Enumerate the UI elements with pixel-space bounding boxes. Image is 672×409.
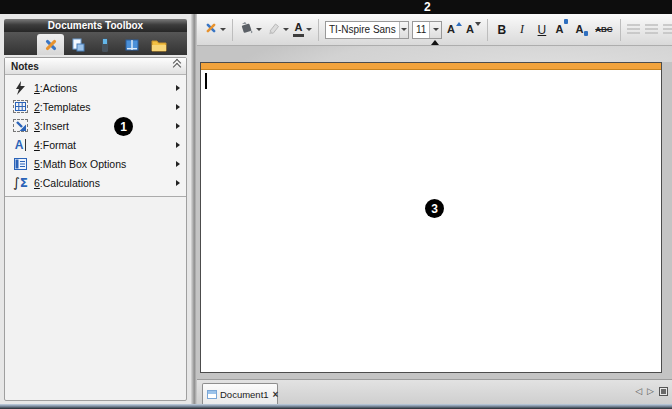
book-icon: [124, 37, 140, 53]
toolbox-tab-strip: [4, 32, 187, 55]
notes-pane-header[interactable]: Notes: [5, 58, 186, 75]
toolbar-collapse-icon[interactable]: [431, 40, 439, 45]
screen: 2 Documents Toolbox: [0, 0, 672, 409]
tab-content-explorer[interactable]: [145, 34, 172, 55]
align-right-button[interactable]: [661, 18, 672, 42]
submenu-arrow-icon: [176, 161, 180, 167]
submenu-arrow-icon: [176, 123, 180, 129]
menu-item-label: 5:Math Box Options: [34, 158, 176, 170]
page-sorter-view-icon[interactable]: [659, 387, 668, 396]
callout-step-2: 2: [424, 0, 431, 14]
align-center-button[interactable]: [643, 18, 661, 42]
subscript-mark-icon: [584, 31, 588, 36]
close-tab-icon[interactable]: ×: [273, 390, 279, 400]
callout-step-1: 1: [114, 117, 133, 136]
integral-sigma-icon: ∫Σ: [12, 175, 29, 190]
callout-step-3: 3: [425, 199, 444, 218]
bold-button[interactable]: B: [492, 18, 512, 42]
menu-item-label: 6:Calculations: [34, 177, 176, 189]
submenu-arrow-icon: [176, 85, 180, 91]
lightning-icon: [12, 80, 29, 95]
underline-button[interactable]: U: [532, 18, 552, 42]
window-bottom-edge: [0, 404, 672, 409]
align-left-button[interactable]: [625, 18, 643, 42]
increase-font-size-button[interactable]: A: [445, 18, 464, 42]
page-margin-band: [197, 46, 672, 62]
folder-icon: [151, 37, 167, 53]
toolbar-separator: [620, 19, 621, 41]
app-window: Documents Toolbox: [0, 14, 672, 404]
dropdown-arrow-icon: [283, 28, 289, 31]
submenu-arrow-icon: [176, 180, 180, 186]
page-header-strip: [201, 63, 661, 70]
increase-arrow-icon: [456, 22, 462, 26]
font-color-icon: A: [293, 22, 304, 37]
dropdown-arrow-icon: [433, 28, 439, 31]
menu-item-insert[interactable]: 3:Insert: [5, 116, 186, 135]
page-navigation: ◁ ▷: [635, 386, 668, 396]
notes-pane-title: Notes: [11, 61, 174, 72]
document-tab-bar: Document1 × ◁ ▷: [197, 379, 672, 404]
menu-item-actions[interactable]: 1:Actions: [5, 78, 186, 97]
formatting-toolbar: A TI-Nspire Sans 11 A: [197, 14, 672, 46]
align-left-icon: [627, 24, 640, 35]
superscript-button[interactable]: A: [552, 18, 572, 42]
collapse-pane-icon[interactable]: [174, 63, 180, 70]
tab-page-sorter[interactable]: [64, 34, 91, 55]
menu-item-calculations[interactable]: ∫Σ 6:Calculations: [5, 173, 186, 192]
font-size-select[interactable]: 11: [412, 21, 442, 39]
italic-button[interactable]: I: [512, 18, 532, 42]
align-center-icon: [645, 24, 658, 35]
decrease-font-size-button[interactable]: A: [464, 18, 483, 42]
font-size-value: 11: [413, 24, 429, 35]
menu-item-label: 3:Insert: [34, 120, 176, 132]
document-tab[interactable]: Document1 ×: [202, 383, 278, 405]
highlight-color-button[interactable]: [264, 18, 291, 42]
documents-toolbox-title: Documents Toolbox: [4, 19, 187, 32]
menu-item-format[interactable]: A 4:Format: [5, 135, 186, 154]
font-family-dropdown-button[interactable]: [399, 22, 408, 38]
toolbar-separator: [232, 19, 233, 41]
document-icon: [207, 390, 217, 399]
dropdown-arrow-icon: [306, 28, 312, 31]
notes-menu: 1:Actions: [5, 75, 186, 197]
document-tab-label: Document1: [220, 389, 269, 400]
menu-item-templates[interactable]: 2:Templates: [5, 97, 186, 116]
tab-document-tools[interactable]: [37, 34, 64, 55]
strikethrough-button[interactable]: ABC: [592, 18, 616, 42]
subscript-button[interactable]: A: [572, 18, 592, 42]
next-page-icon[interactable]: ▷: [647, 386, 654, 396]
tools-icon: [43, 37, 59, 53]
superscript-mark-icon: [564, 19, 568, 24]
menu-item-label: 1:Actions: [34, 82, 176, 94]
fill-color-button[interactable]: [237, 18, 264, 42]
tab-utilities[interactable]: [118, 34, 145, 55]
menu-item-math-box-options[interactable]: 5:Math Box Options: [5, 154, 186, 173]
handheld-icon: [97, 37, 113, 53]
font-family-select[interactable]: TI-Nspire Sans: [325, 21, 409, 39]
font-color-button[interactable]: A: [291, 18, 314, 42]
text-caret: [205, 73, 207, 89]
highlighter-icon: [266, 21, 281, 39]
format-a-icon: A: [12, 137, 29, 152]
align-right-icon: [663, 24, 672, 35]
templates-grid-icon: [12, 99, 29, 114]
submenu-arrow-icon: [176, 104, 180, 110]
tools-icon: [204, 21, 218, 39]
dropdown-arrow-icon: [256, 28, 262, 31]
document-tools-button[interactable]: [202, 18, 228, 42]
font-size-dropdown-button[interactable]: [429, 22, 441, 38]
menu-item-label: 4:Format: [34, 139, 176, 151]
notes-pane: Notes 1:Actions: [4, 57, 187, 401]
tab-ti-smartview[interactable]: [91, 34, 118, 55]
toolbar-separator: [318, 19, 319, 41]
previous-page-icon[interactable]: ◁: [635, 386, 642, 396]
font-family-value: TI-Nspire Sans: [326, 24, 399, 35]
decrease-arrow-icon: [475, 22, 481, 26]
menu-item-label: 2:Templates: [34, 101, 176, 113]
documents-toolbox-sidebar: Documents Toolbox: [0, 14, 191, 404]
toolbar-separator: [487, 19, 488, 41]
page-sorter-icon: [70, 37, 86, 53]
top-callout-bar: 2: [0, 0, 672, 14]
submenu-arrow-icon: [176, 142, 180, 148]
